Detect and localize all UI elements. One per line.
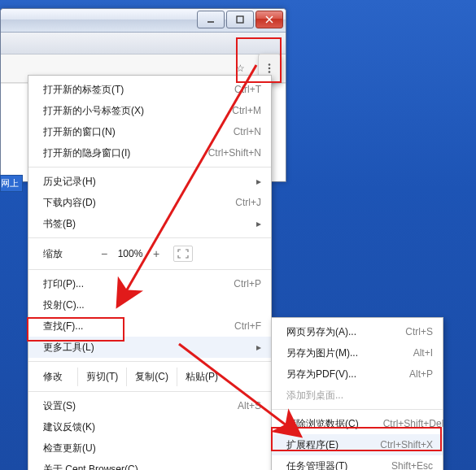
submenu-clear-data[interactable]: 清除浏览数据(C)Ctrl+Shift+Del xyxy=(272,413,443,434)
minimize-button[interactable] xyxy=(197,11,225,28)
submenu-save-pdf[interactable]: 另存为PDF(V)...Alt+P xyxy=(272,363,443,385)
menu-new-private-tab[interactable]: 打开新的小号标签页(X)Ctrl+M xyxy=(28,100,271,121)
tab-strip[interactable] xyxy=(1,33,286,54)
cut-button[interactable]: 剪切(T) xyxy=(77,368,126,386)
copy-button[interactable]: 复制(C) xyxy=(126,368,177,386)
chevron-right-icon: ▸ xyxy=(242,176,261,187)
fullscreen-button[interactable] xyxy=(173,246,193,262)
submenu-save-as[interactable]: 网页另存为(A)...Ctrl+S xyxy=(272,321,443,342)
menu-find[interactable]: 查找(F)...Ctrl+F xyxy=(28,316,271,337)
menu-zoom: 缩放 − 100% + xyxy=(28,242,271,266)
menu-history[interactable]: 历史记录(H)▸ xyxy=(28,171,271,192)
window-titlebar xyxy=(1,9,286,33)
main-menu: 打开新的标签页(T)Ctrl+T 打开新的小号标签页(X)Ctrl+M 打开新的… xyxy=(28,75,272,470)
zoom-value: 100% xyxy=(113,248,147,259)
more-tools-submenu: 网页另存为(A)...Ctrl+S 另存为图片(M)...Alt+I 另存为PD… xyxy=(271,317,443,470)
menu-new-incognito-window[interactable]: 打开新的隐身窗口(I)Ctrl+Shift+N xyxy=(28,142,271,163)
paste-button[interactable]: 粘贴(P) xyxy=(177,368,226,386)
page-snippet: 网上 xyxy=(0,175,23,192)
menu-downloads[interactable]: 下载内容(D)Ctrl+J xyxy=(28,192,271,213)
menu-print[interactable]: 打印(P)...Ctrl+P xyxy=(28,273,271,294)
menu-feedback[interactable]: 建议反馈(K) xyxy=(28,416,271,437)
menu-more-tools[interactable]: 更多工具(L)▸ xyxy=(28,337,271,358)
submenu-extensions[interactable]: 扩展程序(E)Ctrl+Shift+X xyxy=(272,434,443,455)
svg-point-5 xyxy=(269,67,271,70)
menu-settings[interactable]: 设置(S)Alt+S xyxy=(28,395,271,416)
menu-cast[interactable]: 投射(C)... xyxy=(28,294,271,316)
zoom-out-button[interactable]: − xyxy=(95,247,113,260)
three-dots-icon xyxy=(264,63,275,74)
close-button[interactable] xyxy=(255,11,283,28)
chevron-right-icon: ▸ xyxy=(242,218,261,229)
menu-new-tab[interactable]: 打开新的标签页(T)Ctrl+T xyxy=(28,79,271,100)
zoom-in-button[interactable]: + xyxy=(147,247,165,260)
menu-new-window[interactable]: 打开新的窗口(N)Ctrl+N xyxy=(28,121,271,142)
menu-edit: 修改 剪切(T) 复制(C) 粘贴(P) xyxy=(28,365,271,388)
submenu-save-image[interactable]: 另存为图片(M)...Alt+I xyxy=(272,342,443,363)
menu-check-update[interactable]: 检查更新(U) xyxy=(28,437,271,459)
svg-rect-1 xyxy=(237,16,243,23)
submenu-task-manager[interactable]: 任务管理器(T)Shift+Esc xyxy=(272,455,443,470)
svg-point-4 xyxy=(269,63,271,66)
submenu-add-desktop: 添加到桌面... xyxy=(272,385,443,406)
menu-bookmarks[interactable]: 书签(B)▸ xyxy=(28,213,271,234)
maximize-button[interactable] xyxy=(226,11,254,28)
menu-about[interactable]: 关于 Cent Browser(C) xyxy=(28,459,271,470)
chevron-right-icon: ▸ xyxy=(242,342,261,353)
svg-point-6 xyxy=(269,71,271,73)
